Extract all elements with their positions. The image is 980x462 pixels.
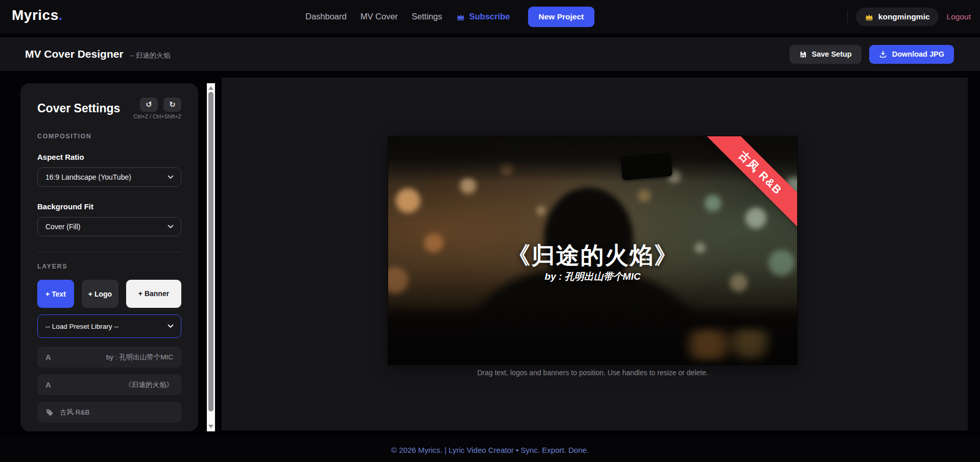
footer-text: © 2026 Myrics. | Lyric Video Creator • S…: [391, 446, 589, 454]
cover-title-layer[interactable]: 《归途的火焰》: [388, 240, 797, 272]
redo-icon: ↻: [169, 100, 176, 109]
subscribe-label: Subscribe: [469, 12, 510, 21]
layer-item-byline[interactable]: A by : 孔明出山带个MIC: [37, 347, 181, 368]
toolbar-buttons: Save Setup Download JPG: [790, 45, 954, 64]
section-divider: [37, 252, 181, 252]
crown-icon: [456, 13, 465, 21]
history-controls: ↺ ↻ Ctrl+Z / Ctrl+Shift+Z: [133, 98, 181, 119]
add-layer-buttons: + Text + Logo + Banner: [37, 280, 181, 308]
cover-canvas[interactable]: 《归途的火焰》 by : 孔明出山带个MIC 古风 R&B: [388, 136, 797, 364]
layer-label: 《归途的火焰》: [125, 380, 174, 390]
username: kongmingmic: [878, 12, 930, 21]
chevron-down-icon: [168, 324, 174, 328]
add-logo-button[interactable]: + Logo: [82, 280, 118, 308]
preset-library-select[interactable]: -- Load Preset Library --: [37, 314, 181, 338]
cover-byline-layer[interactable]: by : 孔明出山带个MIC: [388, 270, 797, 283]
cover-settings-panel: Cover Settings ↺ ↻ Ctrl+Z / Ctrl+Shift+Z…: [20, 83, 198, 431]
text-layer-icon: A: [45, 380, 51, 389]
panel-scrollbar[interactable]: [207, 83, 215, 431]
redo-button[interactable]: ↻: [163, 98, 181, 112]
panel-header: Cover Settings ↺ ↻ Ctrl+Z / Ctrl+Shift+Z: [37, 98, 181, 119]
preset-library-value: -- Load Preset Library --: [45, 323, 118, 330]
background-fit-value: Cover (Fill): [45, 223, 80, 231]
save-setup-label: Save Setup: [812, 50, 852, 58]
text-layer-icon: A: [45, 353, 51, 361]
canvas-hint: Drag text, logos and banners to position…: [388, 369, 797, 377]
shortcut-hint: Ctrl+Z / Ctrl+Shift+Z: [133, 113, 181, 119]
layers-heading: LAYERS: [37, 263, 181, 270]
project-subtitle: – 归途的火焰: [130, 51, 171, 60]
aspect-ratio-label: Aspect Ratio: [37, 153, 181, 161]
download-jpg-button[interactable]: Download JPG: [869, 45, 954, 64]
nav-item-dashboard[interactable]: Dashboard: [305, 12, 347, 21]
nav-item-subscribe[interactable]: Subscribe: [456, 12, 510, 21]
layer-label: 古风 R&B: [60, 408, 90, 417]
user-badge[interactable]: kongmingmic: [856, 8, 939, 26]
undo-icon: ↺: [146, 100, 152, 109]
background-fit-select[interactable]: Cover (Fill): [37, 217, 181, 236]
scroll-down-arrow[interactable]: [208, 425, 213, 428]
chevron-down-icon: [168, 225, 174, 229]
layer-item-banner[interactable]: 古风 R&B: [37, 402, 181, 423]
dashboard-glow: [681, 329, 773, 360]
aspect-ratio-select[interactable]: 16:9 Landscape (YouTube): [37, 167, 181, 187]
composition-heading: COMPOSITION: [37, 133, 181, 140]
layer-item-title[interactable]: A 《归途的火焰》: [37, 374, 181, 395]
nav-divider: [847, 10, 848, 23]
crown-icon: [865, 13, 874, 21]
nav-item-settings[interactable]: Settings: [412, 12, 442, 21]
app-logo[interactable]: Myrics.: [12, 7, 63, 23]
save-icon: [799, 51, 807, 58]
nav-right: kongmingmic Logout: [847, 0, 971, 33]
undo-button[interactable]: ↺: [140, 98, 158, 112]
scroll-up-arrow[interactable]: [208, 86, 213, 90]
background-fit-label: Background Fit: [37, 202, 181, 211]
aspect-ratio-value: 16:9 Landscape (YouTube): [45, 173, 131, 181]
new-project-button[interactable]: New Project: [528, 7, 595, 27]
designer-toolbar: MV Cover Designer – 归途的火焰 Save Setup Dow…: [0, 37, 980, 71]
footer: © 2026 Myrics. | Lyric Video Creator • S…: [0, 437, 980, 462]
nav-links: Dashboard MV Cover Settings Subscribe Ne…: [305, 0, 594, 33]
logo-dot: .: [59, 7, 63, 23]
download-jpg-label: Download JPG: [892, 50, 944, 58]
panel-title: Cover Settings: [37, 98, 120, 119]
rearview-mirror: [620, 153, 673, 180]
save-setup-button[interactable]: Save Setup: [790, 45, 862, 64]
top-nav: Myrics. Dashboard MV Cover Settings Subs…: [0, 0, 980, 33]
logo-text: Myrics: [12, 7, 59, 23]
tag-icon: [45, 408, 54, 417]
download-icon: [879, 50, 887, 58]
layer-label: by : 孔明出山带个MIC: [106, 353, 173, 362]
layer-list: A by : 孔明出山带个MIC A 《归途的火焰》 古风 R&B: [37, 347, 181, 423]
page-title: MV Cover Designer: [25, 48, 124, 60]
editor-area: 《归途的火焰》 by : 孔明出山带个MIC 古风 R&B Drag text,…: [222, 78, 968, 430]
logout-link[interactable]: Logout: [947, 12, 971, 21]
scrollbar-thumb[interactable]: [208, 92, 213, 411]
nav-item-mv-cover[interactable]: MV Cover: [361, 12, 398, 21]
chevron-down-icon: [168, 175, 174, 179]
toolbar-title-group: MV Cover Designer – 归途的火焰: [25, 48, 170, 60]
add-text-button[interactable]: + Text: [37, 280, 74, 308]
add-banner-button[interactable]: + Banner: [126, 280, 181, 308]
